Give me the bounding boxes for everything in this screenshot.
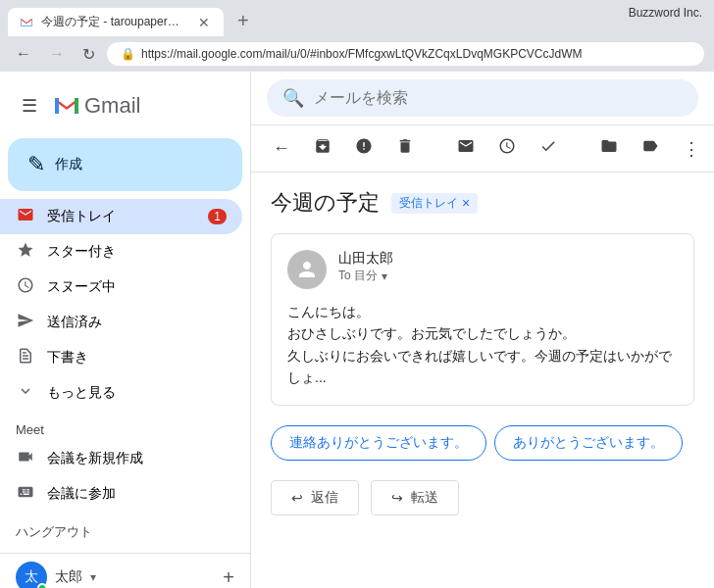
search-input[interactable] xyxy=(314,89,683,107)
sidebar-item-new-meeting[interactable]: 会議を新規作成 xyxy=(0,441,242,476)
svg-rect-0 xyxy=(20,16,33,29)
new-meeting-label: 会議を新規作成 xyxy=(47,450,227,467)
topbar: 🔍 xyxy=(251,72,714,125)
gmail-favicon xyxy=(20,16,33,29)
mark-unread-button[interactable] xyxy=(451,133,481,164)
nav-menu: 受信トレイ 1 スター付き スヌーズ中 xyxy=(0,199,250,411)
sender-to-row: To 目分 ▾ xyxy=(338,268,678,284)
reply-icon: ↩ xyxy=(291,490,303,506)
forward-button[interactable]: → xyxy=(43,43,71,65)
email-tag-label: 受信トレイ xyxy=(399,195,458,212)
buzzword-label: Buzzword Inc. xyxy=(629,6,702,20)
address-text: https://mail.google.com/mail/u/0/#inbox/… xyxy=(141,47,582,61)
done-button[interactable] xyxy=(534,133,563,164)
email-tag: 受信トレイ × xyxy=(391,193,478,214)
browser-tab[interactable]: 今週の予定 - taroupaper@gmail... ✕ xyxy=(8,8,224,36)
email-content: 今週の予定 受信トレイ × 山田太郎 To 目分 ▾ xyxy=(251,172,714,588)
main-content: 🔍 ← xyxy=(251,72,714,588)
sidebar-bottom: 太 太郎 ▾ + xyxy=(0,553,250,588)
sidebar: ☰ Gmail ✎ 作成 xyxy=(0,72,251,588)
email-body-line-3: 久しぶりにお会いできれば嬉しいです。今週の予定はいかがでしょ... xyxy=(287,345,678,389)
move-to-button[interactable] xyxy=(594,133,624,164)
inbox-label: 受信トレイ xyxy=(47,208,196,225)
sidebar-item-drafts[interactable]: 下書き xyxy=(0,340,242,375)
main-toolbar: ← xyxy=(251,125,714,172)
forward-icon: ↪ xyxy=(391,490,403,506)
action-buttons: ↩ 返信 ↪ 転送 xyxy=(271,480,694,515)
gmail-app: ☰ Gmail ✎ 作成 xyxy=(0,72,714,588)
email-subject: 今週の予定 xyxy=(271,188,380,218)
sidebar-item-inbox[interactable]: 受信トレイ 1 xyxy=(0,199,242,234)
sender-dropdown-button[interactable]: ▾ xyxy=(382,270,387,283)
sent-label: 送信済み xyxy=(47,314,227,331)
sidebar-item-more[interactable]: もっと見る xyxy=(0,375,242,411)
user-status-dot xyxy=(37,583,47,588)
email-body: こんにちは。 おひさしぶりです。お元気でしたでしょうか。 久しぶりにお会いできれ… xyxy=(287,301,678,389)
more-options-button[interactable]: ⋮ xyxy=(677,134,706,164)
hamburger-button[interactable]: ☰ xyxy=(16,89,43,122)
chevron-down-icon xyxy=(16,382,35,405)
join-meeting-label: 会議に参加 xyxy=(47,485,227,503)
address-bar[interactable]: 🔒 https://mail.google.com/mail/u/0/#inbo… xyxy=(107,42,704,66)
hangouts-section-title: ハングアウト xyxy=(0,512,250,545)
inbox-badge: 1 xyxy=(208,209,227,224)
forward-label: 転送 xyxy=(411,489,438,507)
snooze-button[interactable] xyxy=(492,133,522,164)
svg-rect-1 xyxy=(55,98,59,114)
meet-section-title: Meet xyxy=(0,411,250,441)
draft-icon xyxy=(16,347,35,369)
user-dropdown-button[interactable]: ▾ xyxy=(90,570,96,584)
add-user-button[interactable]: + xyxy=(223,566,234,589)
email-message: 山田太郎 To 目分 ▾ こんにちは。 おひさしぶりです。お元気でしたでしょうか… xyxy=(271,233,694,406)
smart-reply-1[interactable]: 連絡ありがとうございます。 xyxy=(271,425,486,461)
back-button[interactable]: ← xyxy=(10,43,37,65)
delete-button[interactable] xyxy=(390,133,420,164)
sidebar-item-sent[interactable]: 送信済み xyxy=(0,305,242,340)
svg-rect-2 xyxy=(75,98,78,114)
smart-reply-2[interactable]: ありがとうございます。 xyxy=(494,425,683,461)
email-sender-row: 山田太郎 To 目分 ▾ xyxy=(287,250,678,289)
refresh-button[interactable]: ↻ xyxy=(76,43,101,66)
drafts-label: 下書き xyxy=(47,349,227,367)
tab-close-button[interactable]: ✕ xyxy=(196,15,212,30)
sidebar-item-starred[interactable]: スター付き xyxy=(0,234,242,270)
gmail-text: Gmail xyxy=(84,93,140,119)
back-to-inbox-button[interactable]: ← xyxy=(267,134,296,163)
video-icon xyxy=(16,448,35,470)
compose-button[interactable]: ✎ 作成 xyxy=(8,138,242,191)
spam-button[interactable] xyxy=(349,133,379,164)
user-avatar: 太 xyxy=(16,562,47,588)
keyboard-icon xyxy=(16,483,35,506)
sender-info: 山田太郎 To 目分 ▾ xyxy=(338,250,678,284)
reply-button[interactable]: ↩ 返信 xyxy=(271,480,359,515)
gmail-m-logo xyxy=(53,96,80,116)
tag-close-button[interactable]: × xyxy=(462,195,470,211)
star-icon xyxy=(16,241,35,264)
inbox-icon xyxy=(16,206,35,228)
more-label: もっと見る xyxy=(47,384,227,402)
new-tab-button[interactable]: + xyxy=(228,6,259,36)
email-body-line-2: おひさしぶりです。お元気でしたでしょうか。 xyxy=(287,322,678,344)
gmail-header: ☰ Gmail xyxy=(0,79,250,138)
sender-to-label: To 目分 xyxy=(338,268,378,284)
search-bar[interactable]: 🔍 xyxy=(267,79,698,117)
email-subject-row: 今週の予定 受信トレイ × xyxy=(271,188,694,218)
compose-icon: ✎ xyxy=(27,152,45,177)
send-icon xyxy=(16,312,35,334)
address-bar-row: ← → ↻ 🔒 https://mail.google.com/mail/u/0… xyxy=(0,36,714,72)
forward-button[interactable]: ↪ 転送 xyxy=(371,480,459,515)
label-button[interactable] xyxy=(636,133,665,164)
compose-label: 作成 xyxy=(55,156,82,173)
tab-title: 今週の予定 - taroupaper@gmail... xyxy=(41,14,188,30)
sidebar-item-snoozed[interactable]: スヌーズ中 xyxy=(0,270,242,305)
user-name: 太郎 xyxy=(55,568,82,586)
email-body-line-1: こんにちは。 xyxy=(287,301,678,322)
archive-button[interactable] xyxy=(308,133,337,164)
sidebar-item-join-meeting[interactable]: 会議に参加 xyxy=(0,476,242,512)
search-icon: 🔍 xyxy=(282,87,304,109)
smart-replies: 連絡ありがとうございます。 ありがとうございます。 xyxy=(271,425,694,461)
reply-label: 返信 xyxy=(311,489,338,507)
gmail-logo: Gmail xyxy=(53,93,140,119)
sender-avatar xyxy=(287,250,327,289)
clock-icon xyxy=(16,276,35,299)
